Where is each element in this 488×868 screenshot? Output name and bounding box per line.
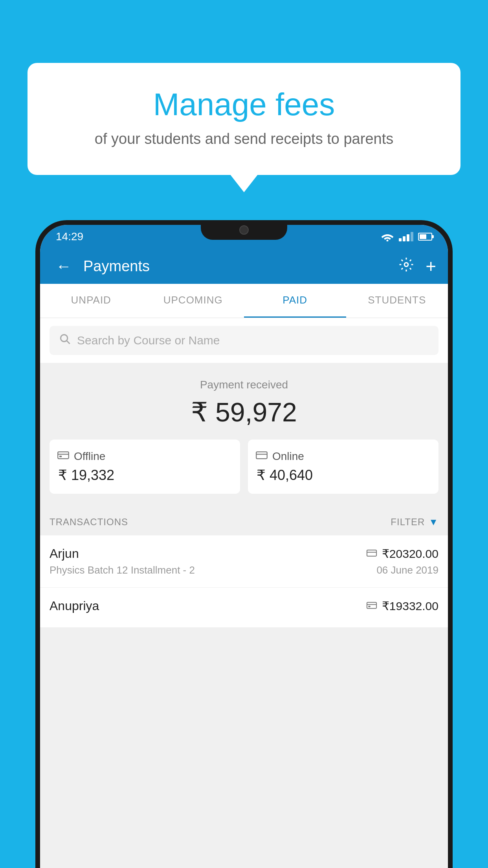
back-button[interactable]: ←	[52, 254, 75, 279]
transaction-amount-container: ₹19332.00	[366, 599, 438, 613]
bubble-subtitle: of your students and send receipts to pa…	[51, 131, 437, 147]
phone-screen: 14:29	[40, 225, 448, 868]
bubble-title: Manage fees	[51, 86, 437, 123]
offline-amount: ₹ 19,332	[58, 467, 114, 484]
tab-students[interactable]: STUDENTS	[346, 284, 448, 318]
svg-rect-11	[367, 602, 376, 608]
cash-payment-icon	[366, 600, 377, 612]
header-title: Payments	[83, 258, 399, 275]
svg-point-2	[61, 335, 68, 342]
speech-bubble-container: Manage fees of your students and send re…	[28, 63, 460, 175]
tab-upcoming[interactable]: UPCOMING	[142, 284, 244, 318]
tab-paid[interactable]: PAID	[244, 284, 346, 318]
transaction-top: Arjun ₹20320.00	[50, 546, 438, 561]
online-type: Online	[272, 450, 304, 463]
header-actions: +	[399, 256, 436, 277]
offline-type: Offline	[74, 450, 105, 463]
svg-point-1	[404, 263, 408, 267]
transaction-name: Anupriya	[50, 599, 99, 613]
battery-icon	[418, 233, 432, 241]
filter-label: FILTER	[391, 517, 425, 528]
filter-icon: ▼	[429, 517, 438, 528]
transaction-bottom: Physics Batch 12 Installment - 2 06 June…	[50, 564, 438, 576]
search-icon	[59, 333, 71, 348]
transactions-header: TRANSACTIONS FILTER ▼	[40, 506, 448, 535]
online-card-header: Online	[256, 450, 304, 463]
transaction-date: 06 June 2019	[376, 564, 438, 576]
svg-line-3	[67, 341, 70, 344]
tab-unpaid[interactable]: UNPAID	[40, 284, 142, 318]
phone-notch	[201, 220, 287, 240]
payment-cards: Offline ₹ 19,332 Online ₹ 4	[50, 440, 438, 494]
transaction-top: Anupriya ₹19332.00	[50, 599, 438, 613]
battery-fill	[420, 234, 426, 239]
svg-rect-6	[59, 456, 62, 457]
online-icon	[256, 450, 268, 463]
offline-card-header: Offline	[57, 450, 105, 463]
filter-button[interactable]: FILTER ▼	[391, 517, 438, 528]
svg-point-0	[387, 240, 389, 242]
online-card: Online ₹ 40,640	[248, 440, 438, 494]
payment-summary: Payment received ₹ 59,972 Offline	[40, 363, 448, 506]
svg-rect-7	[256, 452, 267, 459]
phone-camera	[239, 225, 249, 235]
svg-rect-9	[367, 550, 376, 556]
add-button[interactable]: +	[426, 256, 436, 277]
search-placeholder: Search by Course or Name	[77, 334, 220, 347]
svg-rect-13	[368, 606, 371, 607]
svg-rect-4	[58, 452, 69, 459]
tabs-bar: UNPAID UPCOMING PAID STUDENTS	[40, 284, 448, 318]
transaction-amount: ₹20320.00	[382, 547, 438, 561]
status-icons	[381, 232, 432, 241]
payment-received-label: Payment received	[50, 379, 438, 391]
transaction-name: Arjun	[50, 546, 79, 561]
search-box[interactable]: Search by Course or Name	[50, 326, 438, 355]
search-container: Search by Course or Name	[40, 318, 448, 363]
signal-icon	[399, 232, 413, 241]
payment-total-amount: ₹ 59,972	[50, 397, 438, 428]
settings-icon[interactable]	[399, 257, 414, 276]
transaction-row[interactable]: Arjun ₹20320.00 Physics Batch 12 Install…	[40, 535, 448, 588]
phone-frame: 14:29	[35, 220, 453, 868]
online-amount: ₹ 40,640	[257, 467, 313, 484]
transaction-detail: Physics Batch 12 Installment - 2	[50, 564, 195, 576]
speech-bubble: Manage fees of your students and send re…	[28, 63, 460, 175]
transactions-label: TRANSACTIONS	[50, 517, 128, 528]
card-payment-icon	[366, 548, 377, 560]
status-time: 14:29	[56, 230, 83, 243]
offline-icon	[57, 450, 69, 463]
wifi-icon	[381, 232, 394, 241]
transaction-amount: ₹19332.00	[382, 599, 438, 613]
transaction-row[interactable]: Anupriya ₹19332.00	[40, 588, 448, 628]
app-header: ← Payments +	[40, 248, 448, 284]
transaction-amount-container: ₹20320.00	[366, 547, 438, 561]
offline-card: Offline ₹ 19,332	[50, 440, 240, 494]
